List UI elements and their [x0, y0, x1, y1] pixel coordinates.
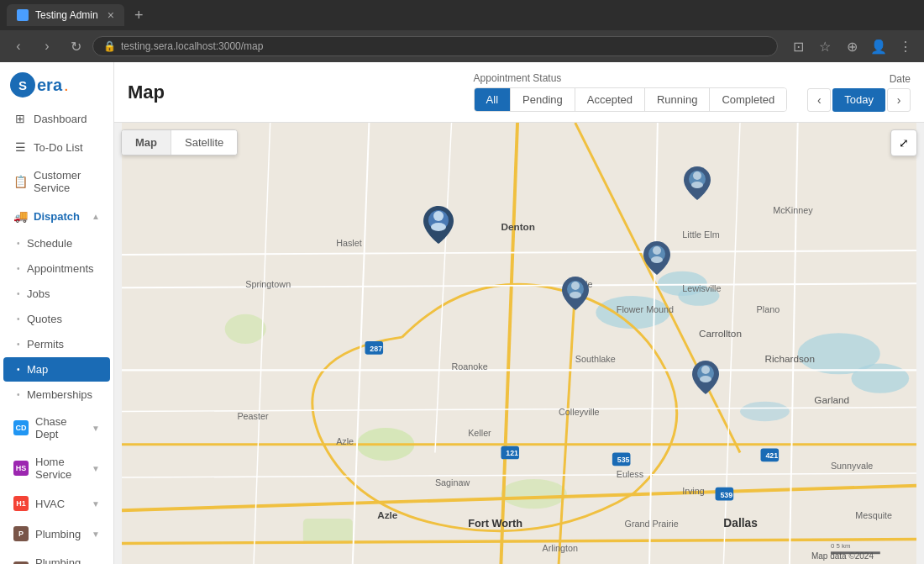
sidebar: S era . ⊞ Dashboard ☰ To-Do List 📋 Custo…: [0, 62, 114, 564]
cast-button[interactable]: ⊡: [786, 34, 810, 58]
chase-dept-chevron-icon: ▼: [92, 424, 100, 433]
map-fullscreen-button[interactable]: ⤢: [890, 129, 917, 156]
svg-text:Springtown: Springtown: [245, 279, 291, 289]
active-tab[interactable]: Testing Admin ×: [7, 4, 124, 26]
svg-text:539: 539: [720, 491, 732, 499]
appointment-status-tabs: All Pending Accepted Running Completed: [474, 87, 788, 112]
date-label: Date: [890, 73, 911, 85]
date-control-section: Date ‹ Today ›: [807, 73, 911, 112]
submenu-item-appointments[interactable]: Appointments: [3, 256, 110, 281]
status-tab-running[interactable]: Running: [645, 88, 710, 111]
svg-text:Garland: Garland: [814, 394, 849, 405]
sidebar-item-home-service[interactable]: HS Home Service ▼: [3, 449, 110, 488]
forward-button[interactable]: ›: [35, 34, 59, 58]
browser-tab-bar: Testing Admin × +: [0, 0, 924, 30]
svg-text:Euless: Euless: [617, 469, 643, 479]
map-pin-4[interactable]: [562, 277, 589, 313]
svg-text:Lewisville: Lewisville: [682, 283, 721, 293]
svg-point-79: [571, 282, 580, 290]
plumbing-chevron-icon: ▼: [92, 530, 100, 539]
customer-service-icon: 📋: [13, 175, 27, 188]
date-nav: ‹ Today ›: [807, 88, 911, 112]
sidebar-item-dispatch[interactable]: 🚚 Dispatch ▲: [3, 203, 110, 229]
sidebar-item-plumbing2[interactable]: P2 Plumbing 2 ▼: [3, 550, 110, 564]
jobs-label: Jobs: [27, 287, 50, 300]
tab-title: Testing Admin: [35, 9, 98, 21]
date-next-button[interactable]: ›: [887, 88, 911, 112]
submenu-item-map[interactable]: Map: [3, 357, 110, 382]
sidebar-item-customer-service[interactable]: 📋 Customer Service: [3, 162, 110, 201]
submenu-item-jobs[interactable]: Jobs: [3, 282, 110, 306]
svg-point-10: [501, 479, 567, 509]
svg-text:Colleyville: Colleyville: [559, 407, 600, 417]
svg-text:Fort Worth: Fort Worth: [468, 517, 522, 530]
sidebar-label-dashboard: Dashboard: [34, 113, 87, 125]
tab-close-button[interactable]: ×: [108, 9, 114, 21]
map-tab-map[interactable]: Map: [122, 130, 171, 155]
svg-text:Carrollton: Carrollton: [699, 328, 742, 339]
chase-dept-badge: CD: [13, 420, 29, 435]
map-background: Haslet Denton Little Elm McKinney Carrol…: [114, 123, 924, 564]
back-button[interactable]: ‹: [7, 34, 30, 58]
bookmark-button[interactable]: ☆: [813, 34, 837, 58]
svg-text:Denton: Denton: [501, 221, 535, 232]
sidebar-item-todo[interactable]: ☰ To-Do List: [3, 134, 110, 161]
svg-point-73: [653, 246, 661, 255]
status-tab-all[interactable]: All: [475, 88, 511, 111]
svg-text:Richardson: Richardson: [764, 353, 815, 364]
svg-text:Southlake: Southlake: [575, 354, 616, 364]
status-tab-accepted[interactable]: Accepted: [575, 88, 645, 111]
map-pin-2[interactable]: [643, 241, 670, 277]
sidebar-label-customer-service: Customer Service: [34, 169, 100, 194]
page-title: Map: [128, 82, 165, 103]
date-today-button[interactable]: Today: [832, 88, 885, 112]
hvac-chevron-icon: ▼: [92, 499, 100, 509]
memberships-label: Memberships: [27, 388, 92, 401]
schedule-label: Schedule: [27, 237, 72, 250]
sidebar-item-plumbing[interactable]: P Plumbing ▼: [3, 519, 110, 548]
map-pin-1[interactable]: [684, 166, 711, 203]
map-pin-3[interactable]: [423, 206, 454, 246]
map-label: Map: [27, 363, 48, 376]
sidebar-label-hvac: HVAC: [35, 498, 65, 510]
home-service-chevron-icon: ▼: [92, 464, 100, 473]
submenu-item-quotes[interactable]: Quotes: [3, 307, 110, 331]
map-tab-satellite[interactable]: Satellite: [171, 130, 237, 155]
sidebar-item-hvac[interactable]: H1 HVAC ▼: [3, 489, 110, 518]
svg-rect-11: [303, 519, 353, 543]
home-service-badge: HS: [13, 461, 29, 476]
sidebar-item-dashboard[interactable]: ⊞ Dashboard: [3, 105, 110, 132]
submenu-item-permits[interactable]: Permits: [3, 332, 110, 356]
app-container: S era . ⊞ Dashboard ☰ To-Do List 📋 Custo…: [0, 62, 924, 564]
map-view-tabs: Map Satellite: [121, 129, 238, 155]
extension-button[interactable]: ⊕: [840, 34, 864, 58]
logo-area: S era .: [0, 62, 113, 104]
svg-point-76: [433, 211, 444, 221]
new-tab-button[interactable]: +: [134, 7, 144, 24]
svg-point-83: [700, 376, 711, 382]
menu-button[interactable]: ⋮: [894, 34, 917, 58]
sidebar-item-chase-dept[interactable]: CD Chase Dept ▼: [3, 409, 110, 447]
refresh-button[interactable]: ↻: [64, 34, 87, 58]
svg-text:Keller: Keller: [468, 428, 491, 438]
svg-text:121: 121: [506, 449, 518, 457]
sidebar-label-dispatch: Dispatch: [34, 210, 80, 223]
main-content: Map Appointment Status All Pending Accep…: [114, 62, 924, 564]
status-tab-completed[interactable]: Completed: [710, 88, 786, 111]
svg-text:Peaster: Peaster: [237, 411, 269, 421]
submenu-item-memberships[interactable]: Memberships: [3, 382, 110, 407]
map-copyright: Map data ©2024: [811, 551, 874, 561]
submenu-item-schedule[interactable]: Schedule: [3, 231, 110, 256]
map-pin-5[interactable]: [692, 361, 719, 397]
browser-chrome: Testing Admin × + ‹ › ↻ 🔒 testing.sera.l…: [0, 0, 924, 62]
svg-point-74: [651, 256, 663, 263]
lock-icon: 🔒: [103, 40, 116, 52]
profile-button[interactable]: 👤: [867, 34, 890, 58]
dispatch-chevron-icon: ▲: [92, 212, 100, 221]
url-bar[interactable]: 🔒 testing.sera.localhost:3000/map: [92, 36, 778, 56]
appointment-status-label: Appointment Status: [474, 72, 788, 84]
status-tab-pending[interactable]: Pending: [511, 88, 575, 111]
svg-text:Azle: Azle: [336, 436, 354, 446]
svg-text:421: 421: [765, 451, 778, 460]
date-prev-button[interactable]: ‹: [807, 88, 831, 112]
